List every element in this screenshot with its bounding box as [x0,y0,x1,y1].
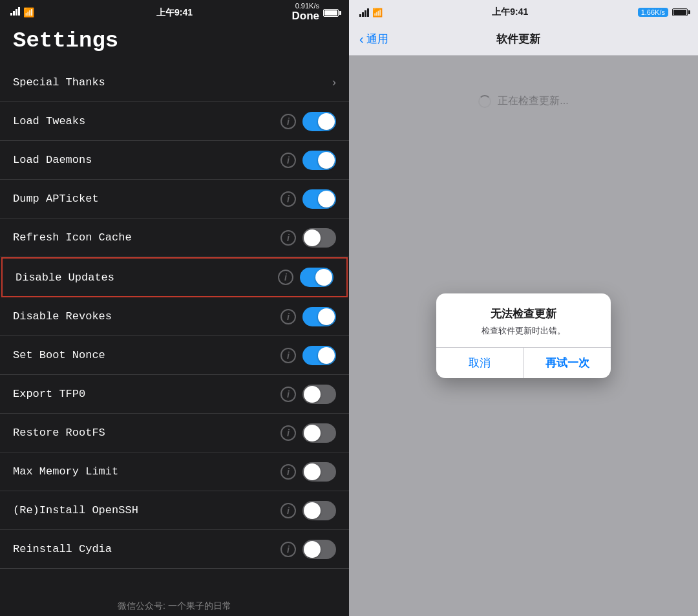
speed-badge-right: 1.66K/s [638,8,668,17]
info-button-disable-updates[interactable]: i [278,270,293,285]
info-button-reinstall-cydia[interactable]: i [280,542,296,557]
info-button-load-daemons[interactable]: i [280,153,296,168]
alert-cancel-button[interactable]: 取消 [436,348,524,378]
alert-message: 检查软件更新时出错。 [447,325,600,337]
item-right-reinstall-openssh: i [280,501,336,520]
item-right-load-tweaks: i [280,112,336,131]
settings-item-max-memory-limit: Max Memory Limit i [0,452,349,491]
info-button-export-tfp0[interactable]: i [280,387,296,402]
nav-bar-right: ‹ 通用 软件更新 [349,23,698,56]
item-right-restore-rootfs: i [280,423,336,443]
toggle-disable-revokes[interactable] [302,307,336,326]
right-panel: 📶 上午9:41 1.66K/s ‹ 通用 软件更新 正在检查更新... [349,0,698,616]
back-button[interactable]: ‹ 通用 [359,32,388,47]
item-right-dump-apticket: i [280,189,336,209]
toggle-max-memory-limit[interactable] [302,462,336,482]
time-left: 上午9:41 [156,7,193,17]
status-bar-right: 📶 上午9:41 1.66K/s [349,0,698,23]
toggle-set-boot-nonce[interactable] [302,346,336,365]
battery-speed-right: 1.66K/s [638,8,688,17]
battery-left [323,8,339,17]
info-button-disable-revokes[interactable]: i [280,309,296,324]
wifi-icon-right: 📶 [372,8,383,17]
toggle-load-daemons[interactable] [302,151,336,170]
alert-title: 无法检查更新 [447,306,600,321]
item-right-max-memory-limit: i [280,462,336,482]
settings-item-special-thanks[interactable]: Special Thanks › [0,63,349,102]
alert-buttons: 取消 再试一次 [436,347,611,378]
alert-retry-button[interactable]: 再试一次 [524,348,611,378]
nav-title-right: 软件更新 [388,32,649,47]
signal-wifi-right: 📶 [359,8,383,17]
toggle-load-tweaks[interactable] [302,112,336,131]
settings-item-dump-apticket: Dump APTicket i [0,180,349,218]
alert-overlay: 无法检查更新 检查软件更新时出错。 取消 再试一次 [349,56,698,616]
item-right-export-tfp0: i [280,385,336,404]
chevron-right-icon: › [332,76,336,89]
back-label: 通用 [366,32,388,47]
info-button-restore-rootfs[interactable]: i [280,425,296,441]
toggle-disable-updates[interactable] [300,268,333,287]
info-button-max-memory-limit[interactable]: i [280,464,296,480]
item-right-disable-revokes: i [280,307,336,326]
battery-right [672,8,688,17]
settings-item-restore-rootfs: Restore RootFS i [0,414,349,452]
page-title: Settings [0,23,349,63]
settings-item-reinstall-cydia: Reinstall Cydia i [0,530,349,569]
back-chevron-icon: ‹ [359,32,364,47]
right-content: 正在检查更新... 无法检查更新 检查软件更新时出错。 取消 再试一次 [349,56,698,616]
item-right-refresh-icon-cache: i [280,228,336,248]
toggle-restore-rootfs[interactable] [302,423,336,443]
settings-item-export-tfp0: Export TFP0 i [0,375,349,414]
settings-item-disable-updates: Disable Updates i [1,257,348,297]
speed-left: 0.91K/s [295,2,319,10]
settings-item-disable-revokes: Disable Revokes i [0,297,349,336]
settings-item-refresh-icon-cache: Refresh Icon Cache i [0,218,349,257]
toggle-reinstall-openssh[interactable] [302,501,336,520]
item-right-special-thanks: › [332,76,336,89]
item-right-disable-updates: i [278,268,333,287]
info-button-set-boot-nonce[interactable]: i [280,348,296,363]
settings-item-load-daemons: Load Daemons i [0,141,349,180]
toggle-dump-apticket[interactable] [302,189,336,209]
settings-item-reinstall-openssh: (Re)Install OpenSSH i [0,491,349,530]
settings-list: Special Thanks › Load Tweaks i Load Daem… [0,63,349,597]
toggle-export-tfp0[interactable] [302,385,336,404]
settings-item-set-boot-nonce: Set Boot Nonce i [0,336,349,375]
item-right-load-daemons: i [280,151,336,170]
alert-content: 无法检查更新 检查软件更新时出错。 [436,293,611,347]
time-right: 上午9:41 [492,6,528,18]
left-status-icons: 📶 [10,7,34,17]
item-right-reinstall-cydia: i [280,540,336,559]
alert-dialog: 无法检查更新 检查软件更新时出错。 取消 再试一次 [436,293,611,378]
toggle-refresh-icon-cache[interactable] [302,228,336,248]
toggle-reinstall-cydia[interactable] [302,540,336,559]
right-status-icons-left: 0.91K/s Done [292,2,339,23]
info-button-dump-apticket[interactable]: i [280,191,296,207]
settings-item-load-tweaks: Load Tweaks i [0,102,349,141]
item-right-set-boot-nonce: i [280,346,336,365]
watermark-left: 微信公众号: 一个果子的日常 [0,597,349,616]
signal-icon [10,7,20,17]
info-button-refresh-icon-cache[interactable]: i [280,230,296,246]
wifi-icon: 📶 [23,7,34,17]
info-button-load-tweaks[interactable]: i [280,114,296,129]
left-panel: 📶 上午9:41 0.91K/s Done Settings Special T… [0,0,349,616]
done-button[interactable]: Done [292,10,320,23]
status-bar-left: 📶 上午9:41 0.91K/s Done [0,0,349,23]
info-button-reinstall-openssh[interactable]: i [280,503,296,518]
